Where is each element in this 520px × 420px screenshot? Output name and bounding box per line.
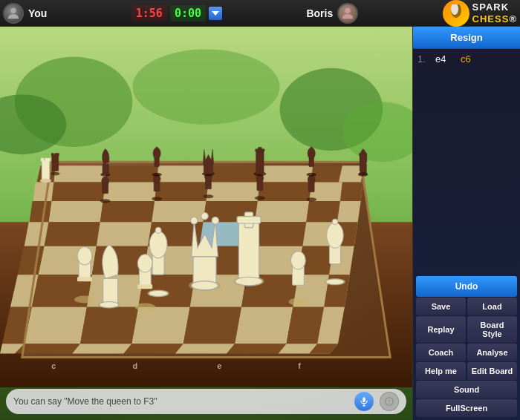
player-you-info: You xyxy=(3,3,47,24)
svg-marker-36 xyxy=(44,222,100,246)
svg-point-116 xyxy=(327,223,344,249)
logo-icon xyxy=(443,0,469,27)
undo-button[interactable]: Undo xyxy=(416,276,517,297)
replay-boardstyle-row: Replay Board Style xyxy=(416,316,517,343)
help-me-button[interactable]: Help me xyxy=(416,362,466,380)
svg-rect-82 xyxy=(41,158,44,161)
svg-point-110 xyxy=(149,290,168,296)
panel-buttons: Undo Save Load Replay Board Style Coach … xyxy=(413,273,520,420)
svg-rect-104 xyxy=(237,217,261,223)
board-style-button[interactable]: Board Style xyxy=(467,316,517,343)
svg-rect-84 xyxy=(48,158,51,161)
svg-rect-126 xyxy=(56,153,59,156)
svg-point-169 xyxy=(389,403,389,404)
svg-point-113 xyxy=(100,302,119,308)
svg-marker-70 xyxy=(124,344,183,353)
svg-rect-89 xyxy=(77,277,92,281)
svg-text:e: e xyxy=(217,361,221,370)
board-svg-container: c d e f xyxy=(0,27,412,387)
svg-text:f: f xyxy=(298,361,301,370)
svg-rect-123 xyxy=(52,155,59,171)
svg-point-105 xyxy=(235,277,262,286)
svg-point-151 xyxy=(153,148,160,159)
microphone-button[interactable] xyxy=(354,392,374,411)
svg-point-133 xyxy=(204,194,214,198)
svg-rect-162 xyxy=(360,155,366,171)
svg-point-152 xyxy=(156,147,158,149)
player-boris-name: Boris xyxy=(306,7,333,19)
player-boris-info: Boris xyxy=(306,3,358,24)
svg-point-98 xyxy=(190,217,198,224)
svg-point-155 xyxy=(308,148,315,159)
svg-marker-60 xyxy=(25,307,87,344)
svg-point-85 xyxy=(40,179,51,183)
analyse-button[interactable]: Analyse xyxy=(467,344,517,361)
voice-action-button[interactable] xyxy=(380,392,399,411)
replay-button[interactable]: Replay xyxy=(416,316,466,343)
spark-chess-logo: SPARK CHESS® xyxy=(443,0,517,27)
svg-marker-23 xyxy=(207,183,260,201)
svg-point-153 xyxy=(307,173,316,177)
save-load-row: Save Load xyxy=(416,298,517,315)
svg-marker-15 xyxy=(208,165,261,182)
avatar-you xyxy=(3,3,24,24)
move-white: e4 xyxy=(435,53,458,65)
svg-point-90 xyxy=(134,303,155,311)
timer-container: 1:56 0:00 xyxy=(131,5,222,22)
move-row: 1. e4 c6 xyxy=(417,53,516,65)
move-number: 1. xyxy=(417,53,432,65)
svg-marker-13 xyxy=(105,165,158,182)
svg-rect-166 xyxy=(363,397,365,402)
svg-text:c: c xyxy=(51,361,56,370)
sound-button[interactable]: Sound xyxy=(416,381,517,398)
svg-point-119 xyxy=(289,298,308,306)
move-black: c6 xyxy=(461,53,471,65)
svg-point-118 xyxy=(326,279,344,285)
svg-marker-32 xyxy=(255,201,309,222)
svg-rect-124 xyxy=(51,153,54,156)
svg-marker-71 xyxy=(175,344,235,353)
board-area[interactable]: c d e f xyxy=(0,27,412,420)
moves-area: 1. e4 c6 xyxy=(413,49,520,273)
svg-marker-26 xyxy=(340,183,363,201)
svg-point-127 xyxy=(100,199,111,203)
fullscreen-button[interactable]: FullScreen xyxy=(416,399,517,417)
top-bar: You 1:56 0:00 Boris SPARK CHESS® xyxy=(0,0,520,27)
load-button[interactable]: Load xyxy=(467,298,517,315)
svg-point-109 xyxy=(155,227,161,233)
main-layout: c d e f xyxy=(0,27,520,420)
coach-analyse-row: Coach Analyse xyxy=(416,344,517,361)
svg-rect-165 xyxy=(364,153,367,156)
player-you-name: You xyxy=(28,7,47,19)
timer-dropdown[interactable] xyxy=(209,7,222,20)
svg-point-99 xyxy=(201,212,209,220)
timer-green: 0:00 xyxy=(170,5,206,22)
svg-point-156 xyxy=(311,147,313,149)
svg-marker-27 xyxy=(33,183,54,201)
svg-point-92 xyxy=(137,255,152,272)
svg-rect-163 xyxy=(359,153,362,156)
svg-marker-62 xyxy=(131,307,189,344)
svg-marker-72 xyxy=(227,344,286,353)
svg-marker-30 xyxy=(152,201,206,222)
svg-marker-61 xyxy=(80,307,138,344)
svg-point-161 xyxy=(358,172,367,176)
save-button[interactable]: Save xyxy=(416,298,466,315)
svg-point-130 xyxy=(152,197,162,200)
svg-marker-14 xyxy=(157,165,209,182)
svg-rect-148 xyxy=(256,149,264,151)
svg-point-129 xyxy=(102,177,109,186)
svg-point-97 xyxy=(192,281,218,290)
svg-point-108 xyxy=(149,231,167,257)
edit-board-button[interactable]: Edit Board xyxy=(467,362,517,380)
svg-point-0 xyxy=(10,7,16,13)
svg-point-121 xyxy=(290,252,305,269)
svg-rect-81 xyxy=(42,160,50,181)
svg-point-117 xyxy=(332,219,338,225)
svg-rect-112 xyxy=(103,278,118,304)
coach-button[interactable]: Coach xyxy=(416,344,466,361)
svg-marker-35 xyxy=(30,201,52,222)
svg-marker-29 xyxy=(100,201,155,222)
avatar-boris xyxy=(337,3,358,24)
resign-button[interactable]: Resign xyxy=(413,27,520,49)
